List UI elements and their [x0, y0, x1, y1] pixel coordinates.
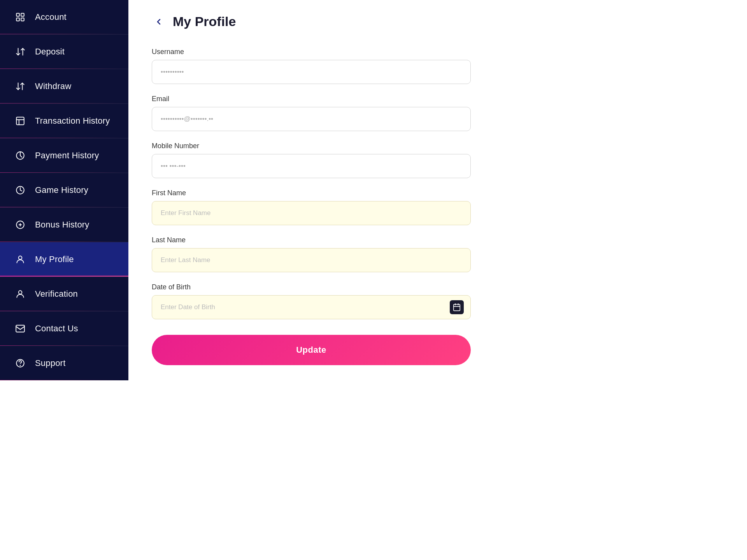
last-name-input[interactable]	[152, 248, 471, 272]
sidebar-item-label: Contact Us	[35, 324, 78, 334]
sidebar-item-withdraw[interactable]: Withdraw	[0, 69, 128, 104]
username-label: Username	[152, 48, 471, 56]
svg-point-8	[19, 256, 22, 259]
dob-group: Date of Birth	[152, 283, 471, 319]
calendar-icon[interactable]	[450, 300, 464, 314]
sidebar-item-deposit[interactable]: Deposit	[0, 35, 128, 69]
email-input[interactable]	[152, 107, 471, 131]
game-icon	[14, 184, 26, 196]
update-button[interactable]: Update	[152, 335, 471, 365]
sidebar-item-game-history[interactable]: Game History	[0, 173, 128, 208]
profile-form: Username Email Mobile Number First Name …	[152, 48, 471, 365]
verification-icon	[14, 288, 26, 300]
payment-icon	[14, 149, 26, 162]
username-input[interactable]	[152, 60, 471, 84]
first-name-input[interactable]	[152, 201, 471, 225]
dob-input[interactable]	[152, 295, 471, 319]
first-name-group: First Name	[152, 189, 471, 225]
sidebar-item-label: Bonus History	[35, 220, 89, 230]
sidebar-item-my-profile[interactable]: My Profile	[0, 242, 128, 277]
withdraw-icon	[14, 80, 26, 93]
svg-point-9	[19, 290, 22, 294]
page-title: My Profile	[173, 14, 236, 29]
sidebar-item-label: Account	[35, 12, 67, 22]
mobile-input[interactable]	[152, 154, 471, 178]
svg-rect-4	[16, 117, 24, 125]
sidebar-item-support[interactable]: Support	[0, 346, 128, 380]
svg-point-12	[20, 365, 20, 366]
email-label: Email	[152, 95, 471, 103]
dob-wrapper	[152, 295, 471, 319]
sidebar-item-label: Deposit	[35, 47, 65, 57]
sidebar-item-contact-us[interactable]: Contact Us	[0, 312, 128, 346]
sidebar-item-payment-history[interactable]: Payment History	[0, 138, 128, 173]
sidebar-item-label: Payment History	[35, 150, 99, 161]
svg-rect-0	[16, 13, 19, 16]
svg-rect-2	[16, 18, 19, 21]
sidebar: Account Deposit Withdraw Transaction His…	[0, 0, 128, 380]
sidebar-item-label: My Profile	[35, 254, 74, 264]
sidebar-item-transaction-history[interactable]: Transaction History	[0, 104, 128, 138]
last-name-label: Last Name	[152, 236, 471, 244]
main-content: My Profile Username Email Mobile Number …	[128, 0, 494, 380]
sidebar-item-label: Verification	[35, 289, 78, 299]
email-group: Email	[152, 95, 471, 131]
last-name-group: Last Name	[152, 236, 471, 272]
sidebar-item-label: Support	[35, 358, 65, 368]
deposit-icon	[14, 46, 26, 58]
bonus-icon	[14, 219, 26, 231]
username-group: Username	[152, 48, 471, 84]
contact-icon	[14, 322, 26, 335]
svg-rect-13	[454, 304, 460, 311]
back-button[interactable]	[152, 15, 166, 29]
mobile-group: Mobile Number	[152, 142, 471, 178]
sidebar-item-verification[interactable]: Verification	[0, 277, 128, 312]
profile-icon	[14, 253, 26, 266]
sidebar-item-bonus-history[interactable]: Bonus History	[0, 208, 128, 242]
svg-rect-10	[16, 325, 25, 332]
sidebar-item-account[interactable]: Account	[0, 0, 128, 35]
support-icon	[14, 357, 26, 369]
sidebar-item-label: Transaction History	[35, 116, 110, 126]
mobile-label: Mobile Number	[152, 142, 471, 150]
svg-rect-1	[21, 13, 24, 16]
sidebar-item-label: Game History	[35, 185, 88, 195]
transaction-icon	[14, 115, 26, 127]
dob-label: Date of Birth	[152, 283, 471, 291]
svg-rect-3	[21, 18, 24, 21]
sidebar-item-label: Withdraw	[35, 81, 71, 91]
first-name-label: First Name	[152, 189, 471, 197]
account-icon	[14, 11, 26, 23]
page-header: My Profile	[152, 14, 471, 29]
